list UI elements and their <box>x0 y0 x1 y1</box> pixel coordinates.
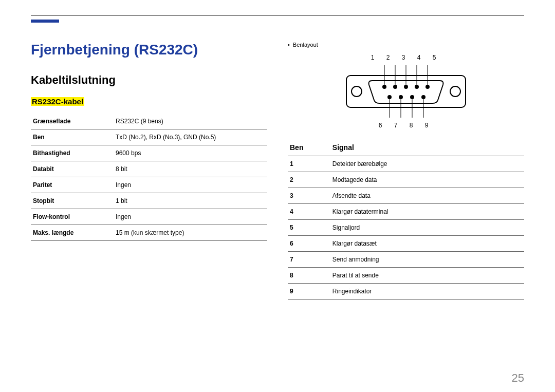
spec-value: 8 bit <box>114 161 267 177</box>
spec-value: TxD (No.2), RxD (No.3), GND (No.5) <box>114 129 267 145</box>
signals-header-pin: Ben <box>288 139 330 156</box>
signal-name: Modtagede data <box>330 172 524 188</box>
table-row: 2Modtagede data <box>288 172 524 188</box>
bullet-text: Benlayout <box>293 42 318 48</box>
spec-key: Ben <box>31 129 114 145</box>
signals-table: Ben Signal 1Detekter bærebølge 2Modtaged… <box>288 139 524 300</box>
section-title: Kabeltilslutning <box>31 73 267 87</box>
svg-point-10 <box>410 95 414 99</box>
svg-point-3 <box>382 85 386 89</box>
table-row: Bithastighed9600 bps <box>31 145 267 161</box>
left-column: Fjernbetjening (RS232C) Kabeltilslutning… <box>31 42 267 300</box>
table-row: 8Parat til at sende <box>288 268 524 284</box>
spec-key: Databit <box>31 161 114 177</box>
svg-point-2 <box>450 86 460 97</box>
svg-point-1 <box>351 86 362 97</box>
table-row: Stopbit1 bit <box>31 193 267 209</box>
pin-numbers-top: 1 2 3 4 5 <box>371 54 441 61</box>
bullet-line: •Benlayout <box>288 42 524 48</box>
signal-pin: 4 <box>288 204 330 220</box>
table-row: Flow-kontrolIngen <box>31 209 267 225</box>
spec-key: Stopbit <box>31 193 114 209</box>
signals-header-signal: Signal <box>330 139 524 156</box>
svg-point-6 <box>415 85 419 89</box>
spec-table: GrænsefladeRS232C (9 bens) BenTxD (No.2)… <box>31 114 267 241</box>
spec-value: 9600 bps <box>114 145 267 161</box>
page-number: 25 <box>512 371 524 385</box>
signal-pin: 9 <box>288 284 330 300</box>
table-row: 1Detekter bærebølge <box>288 156 524 172</box>
signal-pin: 8 <box>288 268 330 284</box>
table-row: BenTxD (No.2), RxD (No.3), GND (No.5) <box>31 129 267 145</box>
svg-point-7 <box>425 85 430 89</box>
spec-key: Paritet <box>31 177 114 193</box>
signal-name: Send anmodning <box>330 252 524 268</box>
table-row: 7Send anmodning <box>288 252 524 268</box>
accent-bar <box>31 20 59 23</box>
signal-pin: 3 <box>288 188 330 204</box>
spec-value: RS232C (9 bens) <box>114 114 267 129</box>
highlight-label: RS232C-kabel <box>31 97 84 106</box>
spec-key: Maks. længde <box>31 225 114 241</box>
right-column: •Benlayout 1 2 3 4 5 <box>288 42 524 300</box>
page-title: Fjernbetjening (RS232C) <box>31 42 267 58</box>
spec-key: Bithastighed <box>31 145 114 161</box>
signal-name: Signaljord <box>330 220 524 236</box>
table-row: Maks. længde15 m (kun skærmet type) <box>31 225 267 241</box>
signal-pin: 5 <box>288 220 330 236</box>
table-row: 3Afsendte data <box>288 188 524 204</box>
svg-point-4 <box>393 85 397 89</box>
spec-key: Flow-kontrol <box>31 209 114 225</box>
table-row: GrænsefladeRS232C (9 bens) <box>31 114 267 129</box>
signal-name: Klargør datasæt <box>330 236 524 252</box>
spec-value: 15 m (kun skærmet type) <box>114 225 267 241</box>
spec-value: Ingen <box>114 209 267 225</box>
pin-numbers-bottom: 6 7 8 9 <box>379 122 434 129</box>
bullet-dot-icon: • <box>288 42 290 48</box>
top-rule <box>31 15 524 16</box>
signal-pin: 2 <box>288 172 330 188</box>
table-row: 6Klargør datasæt <box>288 236 524 252</box>
table-row: 4Klargør dataterminal <box>288 204 524 220</box>
spec-value: 1 bit <box>114 193 267 209</box>
db9-connector-icon <box>344 63 468 120</box>
signal-name: Detekter bærebølge <box>330 156 524 172</box>
signal-pin: 7 <box>288 252 330 268</box>
signal-pin: 1 <box>288 156 330 172</box>
signal-pin: 6 <box>288 236 330 252</box>
page: Fjernbetjening (RS232C) Kabeltilslutning… <box>0 0 555 300</box>
svg-point-9 <box>399 95 403 99</box>
spec-value: Ingen <box>114 177 267 193</box>
table-row: ParitetIngen <box>31 177 267 193</box>
table-row: 9Ringeindikator <box>288 284 524 300</box>
content-columns: Fjernbetjening (RS232C) Kabeltilslutning… <box>31 42 524 300</box>
svg-point-5 <box>404 85 408 89</box>
signal-name: Parat til at sende <box>330 268 524 284</box>
spec-key: Grænseflade <box>31 114 114 129</box>
signal-name: Afsendte data <box>330 188 524 204</box>
pinout-diagram: 1 2 3 4 5 <box>288 54 524 129</box>
table-row: Databit8 bit <box>31 161 267 177</box>
svg-point-8 <box>387 95 392 99</box>
signal-name: Klargør dataterminal <box>330 204 524 220</box>
table-row: 5Signaljord <box>288 220 524 236</box>
signal-name: Ringeindikator <box>330 284 524 300</box>
svg-point-11 <box>421 95 425 99</box>
